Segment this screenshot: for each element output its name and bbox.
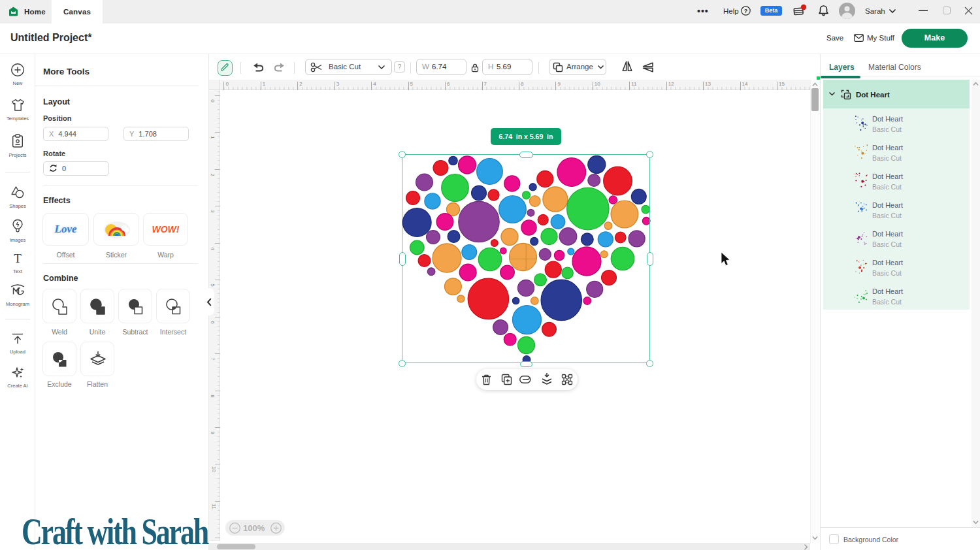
svg-text:?: ? [744, 8, 748, 14]
svg-text:T: T [14, 251, 22, 265]
